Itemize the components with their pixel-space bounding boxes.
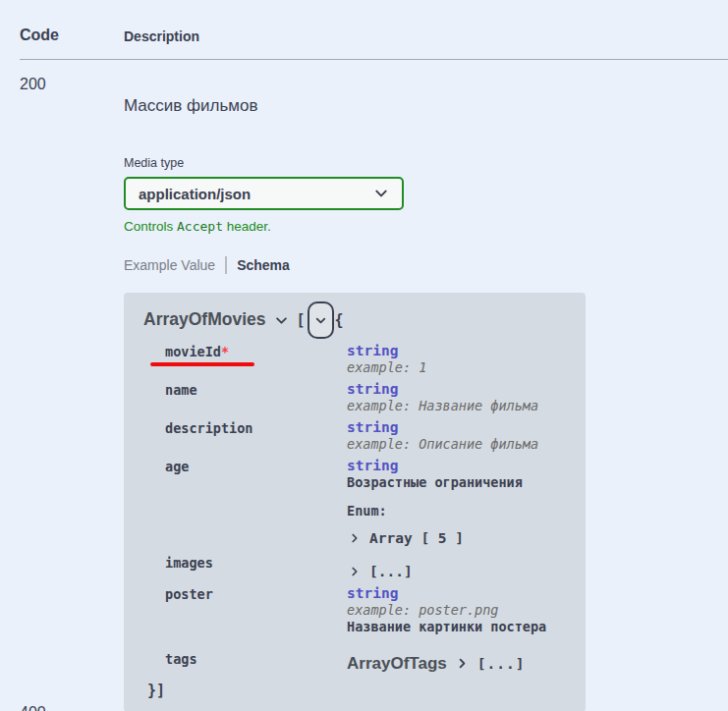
response-description: Массив фильмов bbox=[124, 96, 728, 116]
property-name-cell: tags bbox=[165, 649, 347, 674]
property-name-cell: age bbox=[165, 457, 347, 547]
property-description: Название картинки постера bbox=[347, 619, 566, 635]
chevron-down-icon bbox=[274, 313, 289, 328]
property-row: descriptionstringexample: Описание фильм… bbox=[165, 418, 566, 453]
property-value-cell: [...] bbox=[347, 553, 566, 580]
model-header: ArrayOfMovies [ { bbox=[143, 301, 566, 340]
property-value-cell: stringexample: poster.pngНазвание картин… bbox=[347, 584, 566, 635]
property-value-cell: stringexample: Описание фильма bbox=[347, 418, 566, 453]
model-title: ArrayOfMovies bbox=[143, 309, 266, 331]
property-value-cell: stringВозрастные ограниченияEnum:Array [… bbox=[347, 457, 566, 547]
response-description-cell: Массив фильмов Media type application/js… bbox=[124, 76, 728, 711]
model-ref-toggle[interactable]: ArrayOfTags[...] bbox=[347, 653, 566, 674]
ref-model-title: ArrayOfTags bbox=[347, 653, 447, 674]
tab-schema[interactable]: Schema bbox=[237, 257, 290, 273]
schema-model-box: ArrayOfMovies [ { movieId*stringexample:… bbox=[124, 293, 586, 711]
response-code-400: 400 bbox=[20, 704, 46, 711]
accept-header-note: Controls Accept header. bbox=[124, 219, 728, 234]
property-value-cell: stringexample: 1 bbox=[347, 342, 566, 376]
enum-label: Enum: bbox=[347, 503, 566, 520]
array-open-bracket: [ bbox=[297, 311, 306, 330]
property-row: tagsArrayOfTags[...] bbox=[165, 649, 566, 674]
property-row: posterstringexample: poster.pngНазвание … bbox=[165, 584, 566, 635]
property-value-cell: ArrayOfTags[...] bbox=[347, 649, 566, 674]
property-row: movieId*stringexample: 1 bbox=[165, 342, 566, 376]
property-name-cell: images bbox=[165, 553, 347, 580]
chevron-right-icon bbox=[349, 566, 361, 577]
property-name: images bbox=[165, 555, 213, 571]
property-type: string bbox=[347, 342, 566, 359]
array-item-toggle-button[interactable] bbox=[308, 301, 334, 339]
chevron-down-icon bbox=[373, 186, 389, 201]
property-name-cell: name bbox=[165, 380, 347, 414]
property-row: namestringexample: Название фильма bbox=[165, 380, 566, 414]
accept-header-code: Accept bbox=[177, 219, 223, 234]
property-example: example: Описание фильма bbox=[347, 436, 566, 453]
property-description: Возрастные ограничения bbox=[347, 474, 566, 491]
responses-table-header: Code Description bbox=[20, 0, 728, 60]
chevron-down-icon bbox=[373, 186, 389, 201]
collapsed-object-toggle[interactable]: [...] bbox=[347, 563, 566, 580]
property-type: string bbox=[347, 418, 566, 436]
property-example: example: Название фильма bbox=[347, 398, 566, 414]
response-row-200: 200 Массив фильмов Media type applicatio… bbox=[0, 60, 728, 711]
model-close-brackets: }] bbox=[147, 682, 566, 700]
property-name: age bbox=[165, 459, 189, 474]
model-tabs: Example Value Schema bbox=[124, 256, 728, 274]
required-star-icon: * bbox=[221, 344, 229, 359]
property-type: string bbox=[347, 457, 566, 474]
property-name: description bbox=[165, 420, 252, 436]
chevron-right-icon bbox=[349, 532, 361, 544]
code-column-header: Code bbox=[20, 27, 124, 44]
accept-note-prefix: Controls bbox=[124, 219, 177, 234]
property-value-cell: stringexample: Название фильма bbox=[347, 380, 566, 414]
enum-array-toggle[interactable]: Array [ 5 ] bbox=[347, 529, 566, 547]
tab-divider bbox=[225, 256, 227, 274]
model-collapse-toggle[interactable] bbox=[274, 313, 289, 328]
annotation-underline bbox=[150, 362, 254, 366]
property-name-cell: description bbox=[165, 418, 347, 453]
property-name: movieId bbox=[165, 344, 221, 359]
property-type: string bbox=[347, 584, 566, 602]
property-name-cell: movieId* bbox=[165, 342, 347, 376]
response-code: 200 bbox=[20, 76, 124, 711]
chevron-down-icon bbox=[314, 314, 327, 327]
property-name: name bbox=[165, 382, 197, 398]
property-row: images[...] bbox=[165, 553, 566, 580]
property-row: agestringВозрастные ограниченияEnum:Arra… bbox=[165, 457, 566, 547]
responses-panel: Code Description 200 Массив фильмов Medi… bbox=[0, 0, 728, 711]
media-type-select[interactable]: application/json bbox=[124, 177, 404, 210]
media-type-selected-value: application/json bbox=[139, 186, 251, 202]
property-name: poster bbox=[165, 586, 213, 602]
media-type-label: Media type bbox=[124, 156, 728, 170]
collapsed-content: [...] bbox=[477, 655, 526, 673]
object-open-brace: { bbox=[335, 311, 344, 330]
accept-note-suffix: header. bbox=[223, 219, 271, 234]
property-type: string bbox=[347, 380, 566, 398]
tab-example-value[interactable]: Example Value bbox=[124, 257, 215, 273]
chevron-right-icon bbox=[456, 657, 469, 670]
property-example: example: 1 bbox=[347, 359, 566, 376]
property-example: example: poster.png bbox=[347, 602, 566, 619]
collapsed-content: [...] bbox=[369, 563, 413, 580]
description-column-header: Description bbox=[124, 27, 199, 44]
property-name: tags bbox=[165, 651, 197, 667]
model-properties: movieId*stringexample: 1namestringexampl… bbox=[165, 342, 566, 674]
property-name-cell: poster bbox=[165, 584, 347, 635]
enum-array-value: Array [ 5 ] bbox=[369, 529, 464, 547]
